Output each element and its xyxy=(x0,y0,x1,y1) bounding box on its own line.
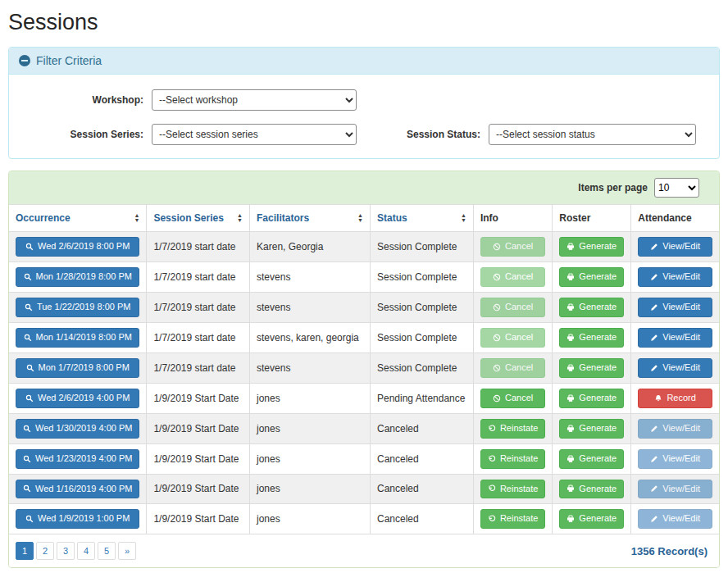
info-action-button[interactable]: Cancel xyxy=(480,298,545,317)
status-cell: Session Complete xyxy=(371,322,474,352)
occurrence-label: Mon 1/14/2019 8:00 PM xyxy=(36,331,132,344)
info-action-button[interactable]: Reinstate xyxy=(480,419,545,439)
attendance-action-button[interactable]: View/Edit xyxy=(638,237,712,257)
roster-action-button[interactable]: Generate xyxy=(559,267,624,287)
undo-icon xyxy=(488,455,496,463)
table-row: Wed 1/9/2019 1:00 PM 1/9/2019 Start Date… xyxy=(9,504,719,534)
print-icon xyxy=(566,394,575,402)
status-cell: Canceled xyxy=(371,504,474,534)
info-action-button[interactable]: Reinstate xyxy=(480,449,545,469)
attendance-action-button[interactable]: View/Edit xyxy=(638,509,712,529)
occurrence-button[interactable]: Wed 2/6/2019 8:00 PM xyxy=(16,237,139,257)
facilitators-cell: stevens xyxy=(250,261,371,292)
sort-icon xyxy=(357,213,363,223)
session-status-field: Session Status: --Select session status xyxy=(407,124,696,145)
ban-icon xyxy=(493,334,501,342)
session-series-cell: 1/7/2019 start date xyxy=(147,232,250,262)
occurrence-label: Mon 1/28/2019 8:00 PM xyxy=(36,271,132,284)
facilitators-cell: jones xyxy=(250,383,371,413)
attendance-action-button[interactable]: View/Edit xyxy=(638,419,712,439)
column-header-attendance: Attendance xyxy=(631,205,719,232)
session-status-select[interactable]: --Select session status xyxy=(489,124,696,145)
attendance-action-button[interactable]: View/Edit xyxy=(638,358,712,378)
page-button[interactable]: 2 xyxy=(36,542,54,560)
info-action-button[interactable]: Reinstate xyxy=(480,509,545,529)
session-series-cell: 1/7/2019 start date xyxy=(147,292,250,322)
roster-action-button[interactable]: Generate xyxy=(559,419,624,439)
roster-action-button[interactable]: Generate xyxy=(559,449,624,469)
page-container: Sessions Filter Criteria Workshop: --Sel… xyxy=(0,0,728,568)
attendance-action-button[interactable]: View/Edit xyxy=(638,298,712,317)
info-action-button[interactable]: Cancel xyxy=(480,328,545,348)
sessions-table: Occurrence Session Series Facilitators S… xyxy=(9,204,719,534)
table-row: Wed 2/6/2019 8:00 PM 1/7/2019 start date… xyxy=(9,232,719,262)
print-icon xyxy=(566,243,575,251)
occurrence-label: Wed 1/30/2019 4:00 PM xyxy=(35,422,132,435)
status-cell: Canceled xyxy=(371,474,474,504)
undo-icon xyxy=(488,425,496,433)
occurrence-button[interactable]: Tue 1/22/2019 8:00 PM xyxy=(16,298,139,317)
print-icon xyxy=(566,303,575,312)
occurrence-button[interactable]: Wed 2/6/2019 4:00 PM xyxy=(16,389,139,408)
info-action-button[interactable]: Reinstate xyxy=(480,480,545,499)
info-action-button[interactable]: Cancel xyxy=(480,267,545,287)
roster-action-button[interactable]: Generate xyxy=(559,509,624,529)
occurrence-button[interactable]: Wed 1/23/2019 4:00 PM xyxy=(16,449,139,469)
column-header-occurrence[interactable]: Occurrence xyxy=(9,205,147,232)
collapse-minus-icon[interactable] xyxy=(19,55,30,66)
attendance-action-button[interactable]: View/Edit xyxy=(638,449,712,469)
occurrence-label: Wed 2/6/2019 8:00 PM xyxy=(38,240,130,253)
roster-action-button[interactable]: Generate xyxy=(559,358,624,378)
attendance-action-button[interactable]: View/Edit xyxy=(638,480,712,499)
occurrence-button[interactable]: Wed 1/30/2019 4:00 PM xyxy=(16,419,139,439)
session-series-select[interactable]: --Select session series xyxy=(152,124,357,145)
column-header-status[interactable]: Status xyxy=(371,205,474,232)
occurrence-button[interactable]: Wed 1/9/2019 1:00 PM xyxy=(16,509,139,529)
pagination: 12345» xyxy=(16,542,139,560)
roster-action-button[interactable]: Generate xyxy=(559,328,624,348)
facilitators-cell: Karen, Georgia xyxy=(250,232,371,262)
occurrence-button[interactable]: Wed 1/16/2019 4:00 PM xyxy=(16,480,139,499)
occurrence-label: Wed 1/23/2019 4:00 PM xyxy=(35,452,132,466)
facilitators-cell: stevens, karen, georgia xyxy=(250,322,371,352)
ban-icon xyxy=(493,394,501,402)
ban-icon xyxy=(493,273,501,281)
info-action-button[interactable]: Cancel xyxy=(480,389,545,408)
ban-icon xyxy=(493,303,501,312)
search-icon xyxy=(24,334,32,342)
occurrence-button[interactable]: Mon 1/14/2019 8:00 PM xyxy=(16,328,139,348)
items-per-page-select[interactable]: 10 xyxy=(654,178,699,198)
column-header-session-series[interactable]: Session Series xyxy=(147,205,250,232)
roster-action-button[interactable]: Generate xyxy=(559,480,624,499)
attendance-action-button[interactable]: View/Edit xyxy=(638,328,712,348)
roster-action-button[interactable]: Generate xyxy=(559,389,624,408)
session-series-cell: 1/9/2019 Start Date xyxy=(147,443,250,474)
filter-criteria-body: Workshop: --Select workshop Session Seri… xyxy=(9,75,719,158)
info-action-button[interactable]: Cancel xyxy=(480,237,545,257)
status-cell: Canceled xyxy=(371,443,474,474)
page-button[interactable]: 5 xyxy=(98,542,116,560)
occurrence-label: Tue 1/22/2019 8:00 PM xyxy=(37,301,131,314)
occurrence-label: Wed 1/16/2019 4:00 PM xyxy=(35,483,132,496)
facilitators-cell: stevens xyxy=(250,352,371,383)
occurrence-button[interactable]: Mon 1/28/2019 8:00 PM xyxy=(16,267,139,287)
status-cell: Session Complete xyxy=(371,261,474,292)
page-button[interactable]: 3 xyxy=(57,542,75,560)
session-series-label: Session Series: xyxy=(20,129,152,140)
facilitators-cell: jones xyxy=(250,443,371,474)
filter-criteria-header[interactable]: Filter Criteria xyxy=(9,48,719,75)
pencil-icon xyxy=(650,273,658,281)
workshop-select[interactable]: --Select workshop xyxy=(152,89,357,111)
page-button[interactable]: 4 xyxy=(77,542,95,560)
roster-action-button[interactable]: Generate xyxy=(559,298,624,317)
facilitators-cell: stevens xyxy=(250,292,371,322)
roster-action-button[interactable]: Generate xyxy=(559,237,624,257)
column-header-facilitators[interactable]: Facilitators xyxy=(250,205,371,232)
page-button[interactable]: » xyxy=(118,542,136,560)
table-row: Mon 1/7/2019 8:00 PM 1/7/2019 start date… xyxy=(9,352,719,383)
occurrence-button[interactable]: Mon 1/7/2019 8:00 PM xyxy=(16,358,139,378)
page-button[interactable]: 1 xyxy=(16,542,34,560)
attendance-action-button[interactable]: Record xyxy=(638,389,712,408)
attendance-action-button[interactable]: View/Edit xyxy=(638,267,712,287)
info-action-button[interactable]: Cancel xyxy=(480,358,545,378)
